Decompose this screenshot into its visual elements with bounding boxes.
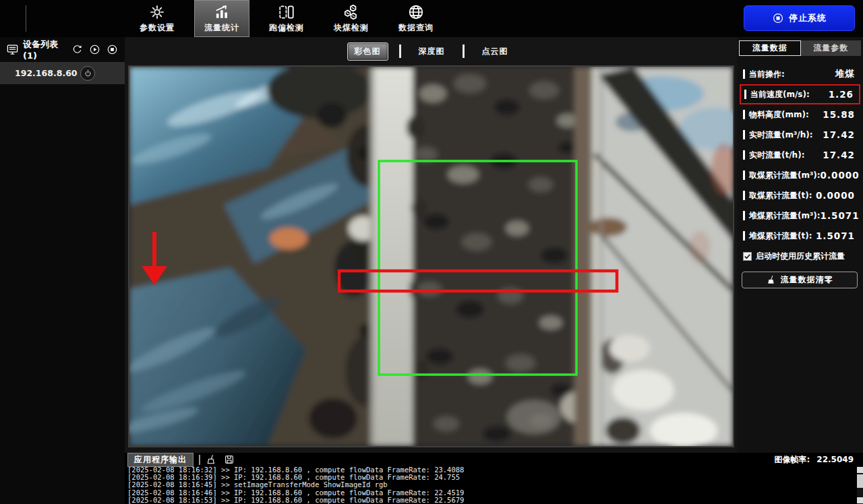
row-reclaim-total-t: 取煤累计流量(t): 0.0000 [740, 185, 860, 206]
tab-depth-image[interactable]: 深度图 [412, 43, 452, 60]
row-value: 1.26 [829, 89, 854, 100]
row-value: 1.5071 [816, 230, 855, 241]
tab-color-image[interactable]: 彩色图 [347, 42, 388, 61]
viewer-area: 彩色图 深度图 点云图 [125, 37, 737, 453]
bottom-left-spacer [0, 453, 125, 504]
device-sidebar: 设备列表(1) [0, 37, 125, 453]
camera-view[interactable] [128, 65, 734, 447]
log-header: 应用程序输出 图像帧率: [125, 453, 863, 466]
row-current-operation: 当前操作: 堆煤 [740, 64, 860, 84]
framerate-value: 22.5049 [816, 455, 854, 464]
history-total-checkbox-row[interactable]: 启动时使用历史累计流量 [743, 249, 860, 263]
row-value: 17.42 [823, 129, 855, 140]
save-log-button[interactable] [223, 453, 235, 466]
coal-lump-icon [343, 3, 360, 21]
device-row[interactable]: 192.168.8.60 [0, 62, 125, 84]
scroll-up-button[interactable] [857, 467, 863, 473]
scroll-down-button[interactable] [857, 497, 863, 503]
flow-panel-tabs: 流量数据 流量参数 [739, 40, 861, 56]
scroll-thumb[interactable] [857, 474, 863, 488]
conveyor-belt-image [129, 67, 733, 446]
row-realtime-flow-th: 实时流量(t/h): 17.42 [740, 145, 860, 165]
toolbar-item-label: 参数设置 [140, 22, 175, 34]
row-value: 堆煤 [835, 68, 855, 80]
tab-separator [463, 44, 465, 58]
row-label: 物料高度(mm): [743, 110, 809, 119]
device-list-title: 设备列表(1) [23, 38, 66, 61]
viewer-tabs: 彩色图 深度图 点云图 [125, 37, 737, 65]
framerate-label: 图像帧率: [775, 454, 810, 466]
log-output[interactable]: [2025-02-08 18:16:32] >> IP: 192.168.8.6… [125, 466, 856, 504]
log-line: [2025-02-08 18:16:53] >> IP: 192.168.8.6… [127, 497, 856, 504]
row-label: 堆煤累计流量(t): [743, 231, 812, 241]
toolbar-item-flow-statistics[interactable]: 流量统计 [194, 0, 249, 37]
clear-log-button[interactable] [206, 453, 218, 466]
main-row: 设备列表(1) [0, 37, 863, 453]
checkbox-label: 启动时使用历史累计流量 [756, 251, 845, 262]
row-label: 取煤累计流量(m³): [743, 170, 821, 180]
log-line: [2025-02-08 18:16:45] >> setImageTransfe… [127, 481, 856, 489]
bottom-row: 应用程序输出 图像帧率: [0, 453, 863, 504]
globe-icon [407, 3, 425, 21]
row-label: 实时流量(t/h): [743, 150, 804, 160]
row-current-speed: 当前速度(m/s): 1.26 [740, 84, 860, 104]
log-section: 应用程序输出 图像帧率: [125, 453, 863, 504]
toolbar-item-data-query[interactable]: 数据查询 [388, 0, 444, 37]
tab-flow-data[interactable]: 流量数据 [739, 40, 801, 56]
top-toolbar: 参数设置 流量统计 跑偏检测 [0, 0, 863, 37]
image-framerate: 图像帧率: 22.5049 [775, 454, 854, 466]
play-circle-icon [89, 44, 100, 55]
tab-flow-parameters[interactable]: 流量参数 [801, 40, 862, 56]
log-header-separator [199, 455, 200, 465]
toolbar-item-coal-lump-detection[interactable]: 块煤检测 [324, 0, 379, 37]
device-ip: 192.168.8.60 [15, 68, 80, 78]
row-stack-total-t: 堆煤累计流量(t): 1.5071 [740, 226, 860, 246]
row-stack-total-m3: 堆煤累计流量(m³): 1.5071 [740, 206, 860, 226]
stop-circle-icon [107, 44, 118, 55]
reset-flow-data-button[interactable]: 流量数据清零 [742, 272, 858, 288]
device-list-header: 设备列表(1) [0, 37, 125, 62]
row-reclaim-total-m3: 取煤累计流量(m³): 0.0000 [740, 165, 860, 185]
reset-button-label: 流量数据清零 [781, 274, 833, 286]
flow-data-panel: 流量数据 流量参数 当前操作: 堆煤 当前速度(m/s): 1.26 物料高度(… [737, 37, 863, 453]
row-value: 0.0000 [816, 190, 855, 201]
toolbar-item-label: 跑偏检测 [269, 22, 304, 34]
row-label: 堆煤累计流量(m³): [743, 211, 821, 220]
tab-separator [399, 44, 401, 58]
toolbar-item-parameter-settings[interactable]: 参数设置 [129, 0, 185, 37]
flow-monitoring-app: 参数设置 流量统计 跑偏检测 [0, 0, 863, 504]
log-scrollbar[interactable] [857, 466, 863, 504]
save-icon [224, 454, 235, 465]
tab-point-cloud[interactable]: 点云图 [475, 43, 515, 60]
check-icon [744, 253, 751, 260]
row-realtime-flow-m3h: 实时流量(m³/h): 17.42 [740, 125, 860, 145]
broom-icon [206, 454, 217, 465]
toolbar-item-label: 流量统计 [204, 22, 239, 34]
row-value: 15.88 [823, 109, 855, 120]
row-label: 取煤累计流量(t): [743, 191, 812, 200]
stop-system-label: 停止系统 [789, 12, 827, 24]
application-output-tab[interactable]: 应用程序输出 [127, 453, 194, 467]
device-power-button[interactable] [80, 66, 95, 81]
stop-system-button[interactable]: 停止系统 [744, 5, 855, 31]
toolbar-items: 参数设置 流量统计 跑偏检测 [129, 0, 444, 37]
power-icon [84, 69, 92, 77]
toolbar-item-label: 块煤检测 [334, 22, 369, 34]
row-value: 1.5071 [821, 210, 860, 221]
belt-deviation-icon [278, 3, 295, 21]
flow-chart-icon [213, 3, 231, 21]
row-label: 当前速度(m/s): [744, 90, 810, 99]
row-value: 0.0000 [821, 170, 860, 181]
checkbox[interactable] [743, 252, 752, 261]
row-label: 实时流量(m³/h): [743, 130, 812, 139]
stop-all-button[interactable] [105, 43, 119, 57]
refresh-devices-button[interactable] [70, 43, 84, 57]
device-list-icon [6, 43, 19, 56]
refresh-icon [71, 44, 83, 55]
stop-icon [772, 12, 784, 24]
toolbar-item-deviation-detection[interactable]: 跑偏检测 [259, 0, 314, 37]
start-all-button[interactable] [88, 43, 101, 57]
row-material-height: 物料高度(mm): 15.88 [740, 104, 860, 125]
toolbar-divider [26, 5, 26, 32]
broom-icon [767, 275, 777, 285]
